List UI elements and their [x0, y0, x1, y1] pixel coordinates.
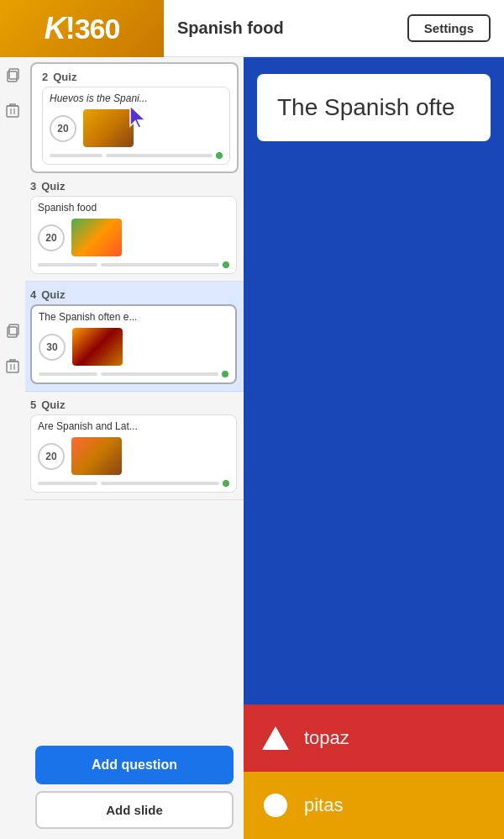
- quiz-card-body-3: 20: [38, 219, 229, 256]
- quiz-item-2[interactable]: 2 Quiz Huevos is the Spani... 20: [30, 62, 239, 173]
- quiz-item-4[interactable]: 4 Quiz The Spanish often e... 30: [25, 282, 244, 392]
- quiz-num-4: 4: [30, 288, 36, 301]
- quiz-card-title-2: Huevos is the Spani...: [50, 92, 223, 104]
- quiz-card-4: The Spanish often e... 30: [30, 304, 237, 384]
- bar-8: [101, 482, 219, 485]
- quiz-label-5: Quiz: [41, 398, 65, 411]
- quiz-card-5: Are Spanish and Lat... 20: [30, 414, 237, 493]
- quiz-card-title-5: Are Spanish and Lat...: [38, 420, 229, 432]
- answer-red[interactable]: topaz: [244, 704, 504, 772]
- progress-dot-5: [223, 480, 229, 487]
- quiz-item-4-header: 4 Quiz: [30, 288, 237, 301]
- sidebar-wrapper: 2 Quiz Huevos is the Spani... 20: [0, 57, 244, 839]
- progress-dot-4: [222, 371, 228, 377]
- quiz-label-2: Quiz: [53, 71, 76, 83]
- bar-2: [106, 154, 213, 157]
- delete-icon-2[interactable]: [6, 358, 19, 377]
- question-text: The Spanish ofte: [277, 94, 455, 121]
- circle-shape: [264, 794, 287, 817]
- left-strip: [0, 57, 25, 839]
- quiz-thumb-5: [71, 437, 122, 475]
- quiz-points-3: 20: [38, 224, 65, 251]
- quiz-card-2: Huevos is the Spani... 20: [42, 87, 230, 165]
- quiz-points-4: 30: [39, 334, 66, 361]
- page-title: Spanish food: [177, 18, 284, 38]
- quiz-card-bars-2: [50, 152, 223, 159]
- food-image-4: [71, 437, 122, 475]
- progress-dot-2: [216, 152, 223, 159]
- quiz-card-title-3: Spanish food: [38, 202, 229, 214]
- progress-dot-3: [223, 261, 229, 268]
- quiz-card-bars-4: [39, 371, 228, 377]
- quiz-thumb-2: [83, 109, 134, 147]
- header-title-area: Spanish food Settings: [164, 14, 504, 42]
- bar-4: [101, 263, 219, 266]
- svg-rect-2: [7, 106, 18, 117]
- quiz-item-3[interactable]: 3 Quiz Spanish food 20: [25, 173, 244, 282]
- settings-button[interactable]: Settings: [407, 14, 491, 42]
- quiz-item-2-header: 2 Quiz: [42, 71, 230, 83]
- quiz-card-title-4: The Spanish often e...: [39, 311, 228, 323]
- quiz-num-3: 3: [30, 180, 36, 193]
- quiz-points-2: 20: [50, 115, 76, 142]
- food-image-2: [71, 219, 122, 256]
- food-image-1: [83, 109, 134, 147]
- answer-text-1: topaz: [304, 727, 349, 749]
- quiz-points-5: 20: [38, 443, 65, 470]
- quiz-card-bars-3: [38, 261, 229, 268]
- triangle-answer-icon: [260, 723, 291, 753]
- answer-text-2: pitas: [304, 794, 343, 816]
- copy-icon-2[interactable]: [5, 323, 20, 341]
- quiz-item-3-header: 3 Quiz: [30, 180, 237, 193]
- bar-6: [101, 372, 218, 376]
- quiz-num-2: 2: [42, 71, 48, 83]
- content-spacer: [244, 141, 504, 704]
- bar-3: [38, 263, 97, 266]
- content-area: The Spanish ofte topaz pitas: [244, 57, 504, 839]
- header: K!360 Spanish food Settings: [0, 0, 504, 57]
- main-area: 2 Quiz Huevos is the Spani... 20: [0, 57, 504, 839]
- circle-answer-icon: [260, 790, 291, 821]
- quiz-thumb-3: [71, 219, 122, 256]
- add-question-button[interactable]: Add question: [35, 746, 234, 784]
- quiz-card-3: Spanish food 20: [30, 196, 237, 274]
- quiz-item-5[interactable]: 5 Quiz Are Spanish and Lat... 20: [25, 392, 244, 500]
- bar-1: [50, 154, 102, 157]
- quiz-card-body-2: 20: [50, 109, 223, 147]
- sidebar-spacer: [25, 500, 244, 736]
- answers-area: topaz pitas: [244, 704, 504, 839]
- answer-gold[interactable]: pitas: [244, 772, 504, 839]
- food-image-3: [72, 328, 123, 366]
- svg-rect-8: [7, 361, 18, 372]
- logo: K!360: [0, 0, 164, 57]
- triangle-shape: [262, 726, 289, 750]
- bar-7: [38, 482, 97, 485]
- quiz-num-5: 5: [30, 398, 36, 411]
- quiz-card-body-5: 20: [38, 437, 229, 475]
- add-slide-button[interactable]: Add slide: [35, 791, 234, 829]
- quiz-thumb-4: [72, 328, 123, 366]
- delete-icon[interactable]: [6, 103, 19, 121]
- quiz-label-4: Quiz: [41, 288, 65, 301]
- question-box: The Spanish ofte: [257, 74, 491, 141]
- quiz-item-5-header: 5 Quiz: [30, 398, 237, 411]
- sidebar: 2 Quiz Huevos is the Spani... 20: [25, 57, 244, 839]
- logo-text: K!360: [45, 11, 120, 46]
- quiz-label-3: Quiz: [41, 180, 65, 193]
- quiz-card-body-4: 30: [39, 328, 228, 366]
- bar-5: [39, 372, 97, 376]
- sidebar-actions: Add question Add slide: [25, 736, 244, 839]
- copy-icon[interactable]: [5, 67, 20, 86]
- quiz-card-bars-5: [38, 480, 229, 487]
